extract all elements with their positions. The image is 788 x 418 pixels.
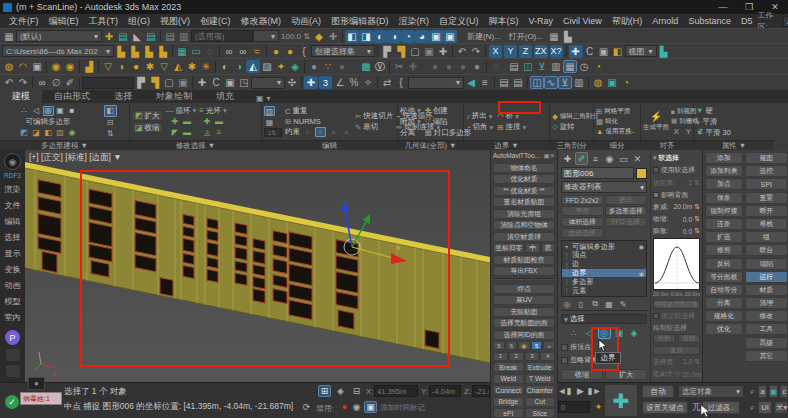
x-toggle[interactable]: X <box>489 45 502 58</box>
spot2-icon[interactable]: ▽ <box>157 60 171 73</box>
folder4-icon[interactable]: ▙ <box>156 45 170 58</box>
script2-right-6[interactable]: 组 <box>745 231 788 243</box>
move2-icon[interactable]: ✚ <box>195 76 209 89</box>
graphite-icon[interactable]: ◔ <box>401 30 415 43</box>
folder3-icon[interactable]: ▙ <box>142 45 156 58</box>
undo2-icon[interactable]: ↶ <box>2 76 16 89</box>
pair-button-2-0[interactable]: Connect <box>493 385 524 395</box>
teapot-icon[interactable]: ◍ <box>2 60 16 73</box>
swap-icon[interactable]: ⇄ <box>380 76 394 89</box>
sidebar-item-6[interactable]: 动画 <box>5 280 21 291</box>
cone-icon[interactable]: ◭ <box>171 60 185 73</box>
set-key-button[interactable]: 设置关键点 <box>642 401 688 414</box>
quickslice-button[interactable]: ✂快速切片 <box>355 111 393 121</box>
next-key-icon[interactable]: ▮► <box>588 385 601 397</box>
percent-snap-icon[interactable]: % <box>347 76 361 89</box>
menu-item-17[interactable]: D5 <box>736 16 758 26</box>
clock-icon[interactable]: ◷ <box>577 60 591 73</box>
sidebar-item-7[interactable]: 模型 <box>5 296 21 307</box>
layers2-icon[interactable]: ▤ <box>144 30 158 43</box>
displace-button[interactable]: ▲使用置换.. <box>596 127 635 136</box>
script2-right-14[interactable]: 高级 <box>745 337 788 349</box>
sidebar-item-2[interactable]: 编辑 <box>5 216 21 227</box>
set-key-big-button[interactable]: ✚ <box>604 384 638 417</box>
script-button2-1[interactable]: 导出FBX <box>493 266 555 276</box>
use-soft-sel-checkbox[interactable] <box>653 167 659 173</box>
selarrow2-icon[interactable]: ▜ <box>148 76 162 89</box>
dot-d-icon[interactable]: ● <box>470 60 484 73</box>
link-icon[interactable]: ∞ <box>222 45 236 58</box>
ring-edge-icon[interactable]: ≡ <box>214 128 225 138</box>
script-button-0[interactable]: 物体命名 <box>493 163 555 173</box>
script2-icon[interactable]: { <box>394 76 408 89</box>
camera-dot-icon[interactable]: ◉ <box>350 401 363 413</box>
panel-caption[interactable]: 对齐 <box>641 140 693 150</box>
y-coord-field[interactable]: -4.04m <box>429 385 461 397</box>
lock-soft-sel-checkbox[interactable] <box>653 313 659 319</box>
sidebar-item-5[interactable]: 变换 <box>5 264 21 275</box>
script2-left-10[interactable]: 自动等分 <box>705 284 743 296</box>
script2-right-5[interactable]: 堆栈 <box>745 218 788 230</box>
attach-button[interactable]: 附加▾ <box>400 117 421 127</box>
display-icon[interactable]: ◕ <box>415 30 429 43</box>
pair-button-3-0[interactable]: Bridge <box>493 397 524 407</box>
sel-element-icon[interactable]: ◈ <box>628 327 641 339</box>
repeat-button[interactable]: C重复 <box>285 106 352 116</box>
use-soft-sel-icon[interactable]: ▨ <box>264 106 275 116</box>
menu-item-12[interactable]: V-Ray <box>524 16 559 26</box>
star-icon[interactable]: ✳ <box>199 60 213 73</box>
render-icon[interactable]: ▣ <box>443 30 457 43</box>
menu-item-2[interactable]: 工具(T) <box>84 15 124 28</box>
dot-c-icon[interactable]: ● <box>456 60 470 73</box>
sidebar-item-4[interactable]: 显示 <box>5 248 21 259</box>
paint-opt-icon[interactable]: ▦ <box>264 117 275 127</box>
utilities-tab-icon[interactable]: ✕ <box>631 152 644 165</box>
soft-param-0[interactable]: 选择值1.0⇅ <box>653 357 700 367</box>
unlink2-icon[interactable]: ∅ <box>49 76 63 89</box>
sel-add-icon[interactable]: ▜ <box>394 45 408 58</box>
loop-dot-icon[interactable]: ◤ <box>169 128 180 138</box>
script-button-4[interactable]: 清除光滑组 <box>493 209 555 219</box>
script-button-3[interactable]: 重名材质贴图 <box>493 197 555 207</box>
named-sel-field[interactable] <box>82 77 134 89</box>
script2-right-10[interactable]: 材质 <box>745 284 788 296</box>
sidebar-item-1[interactable]: 文件 <box>5 200 21 211</box>
project-path-dropdown[interactable]: C:\Users\86—ds Max 202▾ <box>2 45 114 57</box>
folder1-icon[interactable]: ▙ <box>114 45 128 58</box>
refsys-dropdown[interactable]: 视图▾ <box>625 45 657 57</box>
redo-icon[interactable]: ↷ <box>469 45 483 58</box>
ball2-icon[interactable]: ● <box>335 60 349 73</box>
chamfer-button[interactable]: ◔切角▾ <box>466 122 493 132</box>
script-button3-0[interactable]: 焊点 <box>493 284 555 294</box>
script2-left-1[interactable]: 添加列表 <box>705 165 743 177</box>
preset-button-7[interactable] <box>605 228 648 238</box>
menu-item-4[interactable]: 视图(V) <box>155 15 195 28</box>
preset-button-0[interactable]: FFD 2x2x2 <box>561 195 604 205</box>
bulb-icon[interactable]: ◉ <box>49 60 63 73</box>
pivot2-icon[interactable]: ✣ <box>285 76 299 89</box>
pair-button-0-0[interactable]: Break <box>493 362 524 372</box>
edit-spinner[interactable]: 1⇅ <box>264 128 282 137</box>
soft-sel-title[interactable]: 软选择 <box>658 153 678 163</box>
object-name-field[interactable]: 图形006 <box>561 167 634 179</box>
menu-item-6[interactable]: 修改器(M) <box>236 15 287 28</box>
save-blue-icon[interactable]: ▦ <box>563 60 577 73</box>
sel-vertex-icon[interactable]: ∴ <box>568 327 581 339</box>
cross-icon[interactable]: ✚ <box>436 45 450 58</box>
menu-item-16[interactable]: Substance <box>683 16 736 26</box>
dot2-icon[interactable]: ● <box>283 45 297 58</box>
element-mode-icon[interactable]: ■ <box>67 106 78 116</box>
setkey-small-icon[interactable]: ⟳ <box>300 401 313 413</box>
arc-icon[interactable]: ◠ <box>16 60 30 73</box>
selection-rollout-header[interactable]: ▾选择 <box>561 314 647 324</box>
pair-button-1-0[interactable]: Weld <box>493 374 524 384</box>
pair-button-4-0[interactable]: ePl <box>493 408 524 418</box>
film-camera-icon[interactable]: ▟ <box>82 60 96 73</box>
script2-right-13[interactable]: 工具 <box>745 323 788 335</box>
rect-sel2-icon[interactable]: ▣ <box>422 45 436 58</box>
smooth-button[interactable]: ◒平滑 <box>696 117 731 127</box>
layers-icon[interactable]: ▤ <box>116 30 130 43</box>
ball1-icon[interactable]: ● <box>307 60 321 73</box>
refsys2-dropdown[interactable]: ▾ <box>251 77 285 89</box>
snap-move-icon[interactable]: ✚ <box>304 76 318 89</box>
